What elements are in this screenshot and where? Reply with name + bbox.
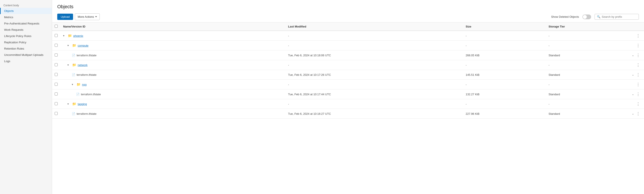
column-size: Size <box>463 22 546 31</box>
sidebar-item-retention-rules[interactable]: Retention Rules <box>0 45 52 52</box>
row-context-menu-button[interactable]: ⋮ <box>635 101 642 107</box>
row-checkbox[interactable] <box>55 63 58 66</box>
show-deleted-toggle[interactable] <box>582 14 591 19</box>
row-actions: ⋮ <box>632 82 642 87</box>
column-name: Name/Version ID <box>60 22 285 31</box>
row-context-menu-button[interactable]: ⋮ <box>635 82 642 87</box>
folder-name-link[interactable]: phoenix <box>73 34 83 37</box>
folder-icon: 📁 <box>76 82 81 86</box>
expand-icon[interactable]: ▾ <box>72 83 75 86</box>
row-actions: ⌄⋮ <box>632 72 642 77</box>
row-actions: ⌄⋮ <box>632 111 642 117</box>
storage-tier-value: Standard <box>546 50 629 60</box>
storage-tier-value: - <box>546 80 629 89</box>
chevron-down-icon <box>95 16 97 17</box>
row-actions: ⋮ <box>632 33 642 38</box>
last-modified-value: - <box>286 41 463 50</box>
objects-table: Name/Version ID Last Modified Size Stora… <box>52 22 644 119</box>
upload-button[interactable]: Upload <box>57 14 73 20</box>
row-actions: ⋮ <box>632 43 642 48</box>
last-modified-value: - <box>286 60 463 70</box>
expand-icon[interactable]: ▾ <box>63 34 66 37</box>
table-row: ▾📁nsg---⋮ <box>52 80 644 89</box>
table-header-row: Name/Version ID Last Modified Size Stora… <box>52 22 644 31</box>
table-row: 📄terraform.tfstateTue, Feb 6, 2024 at 10… <box>52 50 644 60</box>
version-chevron-icon[interactable]: ⌄ <box>632 54 634 57</box>
sidebar-item-work-requests[interactable]: Work Requests <box>0 27 52 33</box>
last-modified-value: - <box>286 31 463 41</box>
expand-icon[interactable]: ▾ <box>68 63 71 66</box>
row-context-menu-button[interactable]: ⋮ <box>635 43 642 48</box>
row-checkbox[interactable] <box>55 34 58 37</box>
table-row: 📄terraform.tfstateTue, Feb 6, 2024 at 10… <box>52 109 644 119</box>
file-name: terraform.tfstate <box>81 93 101 96</box>
sidebar-section-label: Content body <box>0 2 52 8</box>
page-header: Objects <box>52 0 644 11</box>
sidebar-item-objects[interactable]: Objects <box>0 8 52 14</box>
size-value: - <box>463 41 546 50</box>
column-checkbox <box>52 22 60 31</box>
column-last-modified: Last Modified <box>286 22 463 31</box>
sidebar-item-lifecycle-policy-rules[interactable]: Lifecycle Policy Rules <box>0 33 52 39</box>
row-context-menu-button[interactable]: ⋮ <box>635 52 642 58</box>
more-actions-label: More Actions <box>78 15 94 18</box>
expand-icon[interactable]: ▾ <box>68 44 71 47</box>
row-context-menu-button[interactable]: ⋮ <box>635 111 642 117</box>
search-box: 🔍 <box>594 14 639 20</box>
row-actions: ⌄⋮ <box>632 91 642 97</box>
table-row: 📄terraform.tfstateTue, Feb 6, 2024 at 10… <box>52 70 644 80</box>
row-checkbox[interactable] <box>55 92 58 95</box>
last-modified-value: Tue, Feb 6, 2024 at 10:17:26 UTC <box>286 70 463 80</box>
sidebar-item-metrics[interactable]: Metrics <box>0 14 52 20</box>
row-context-menu-button[interactable]: ⋮ <box>635 72 642 77</box>
table-row: ▾📁compute---⋮ <box>52 41 644 50</box>
more-actions-button[interactable]: More Actions <box>75 13 100 20</box>
storage-tier-value: - <box>546 99 629 109</box>
storage-tier-value: Standard <box>546 89 629 99</box>
expand-icon[interactable]: ▾ <box>68 102 71 105</box>
toolbar: Upload More Actions Show Deleted Objects… <box>52 11 644 22</box>
sidebar-item-pre-auth-requests[interactable]: Pre-Authenticated Requests <box>0 20 52 27</box>
sidebar-item-uncommitted-multipart[interactable]: Uncommitted Multipart Uploads <box>0 52 52 58</box>
row-context-menu-button[interactable]: ⋮ <box>635 33 642 38</box>
storage-tier-value: - <box>546 41 629 50</box>
show-deleted-label: Show Deleted Objects <box>551 15 579 18</box>
folder-icon: 📁 <box>72 43 76 47</box>
search-input[interactable] <box>602 15 636 18</box>
file-icon: 📄 <box>72 54 75 57</box>
version-chevron-icon[interactable]: ⌄ <box>632 112 634 115</box>
last-modified-value: Tue, Feb 6, 2024 at 10:18:06 UTC <box>286 50 463 60</box>
size-value: 132.27 KiB <box>463 89 546 99</box>
row-checkbox[interactable] <box>55 102 58 105</box>
table-row: ▾📁phoenix---⋮ <box>52 31 644 41</box>
last-modified-value: Tue, Feb 6, 2024 at 10:17:44 UTC <box>286 89 463 99</box>
folder-icon: 📁 <box>72 102 76 106</box>
row-checkbox[interactable] <box>55 112 58 115</box>
size-value: - <box>463 31 546 41</box>
row-context-menu-button[interactable]: ⋮ <box>635 91 642 97</box>
folder-name-link[interactable]: nsg <box>82 83 86 86</box>
row-actions: ⋮ <box>632 101 642 107</box>
version-chevron-icon[interactable]: ⌄ <box>632 93 634 96</box>
file-icon: 📄 <box>72 112 75 115</box>
row-context-menu-button[interactable]: ⋮ <box>635 62 642 68</box>
sidebar-item-logs[interactable]: Logs <box>0 58 52 64</box>
folder-name-link[interactable]: network <box>78 63 88 67</box>
row-checkbox[interactable] <box>55 53 58 56</box>
storage-tier-value: Standard <box>546 109 629 119</box>
sidebar-item-replication-policy[interactable]: Replication Policy <box>0 39 52 45</box>
version-chevron-icon[interactable]: ⌄ <box>632 73 634 76</box>
file-icon: 📄 <box>72 73 75 76</box>
table-row: ▾📁network---⋮ <box>52 60 644 70</box>
size-value: - <box>463 80 546 89</box>
row-checkbox[interactable] <box>55 83 58 86</box>
column-actions-header <box>629 22 644 31</box>
select-all-checkbox[interactable] <box>55 25 58 28</box>
row-checkbox[interactable] <box>55 44 58 47</box>
file-name: terraform.tfstate <box>76 73 96 76</box>
storage-tier-value: - <box>546 60 629 70</box>
folder-name-link[interactable]: tagging <box>78 102 87 106</box>
table-row: 📄terraform.tfstateTue, Feb 6, 2024 at 10… <box>52 89 644 99</box>
folder-name-link[interactable]: compute <box>78 44 88 47</box>
row-checkbox[interactable] <box>55 73 58 76</box>
